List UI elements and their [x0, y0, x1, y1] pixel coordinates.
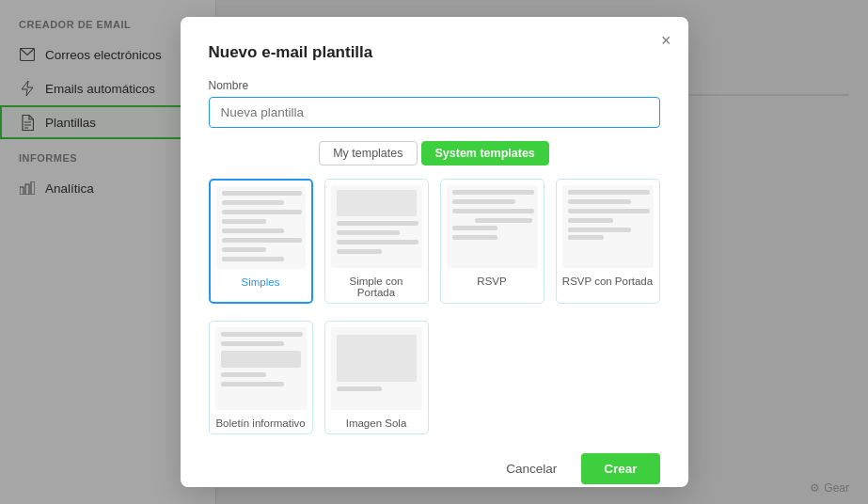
template-imagen-sola[interactable]: Imagen Sola [324, 321, 429, 434]
field-nombre-input[interactable] [209, 97, 660, 128]
template-simple-portada-preview [331, 185, 422, 268]
template-boletin-label: Boletín informativo [215, 416, 305, 433]
modal-footer: Cancelar Crear [209, 453, 660, 484]
template-boletin[interactable]: Boletín informativo [209, 321, 313, 434]
crear-button[interactable]: Crear [581, 453, 659, 484]
template-grid-row2: Boletín informativo Imagen Sola [209, 321, 660, 434]
template-rsvp-preview [447, 185, 538, 268]
modal-dialog: Nuevo e-mail plantilla × Nombre My templ… [181, 17, 688, 487]
my-templates-button[interactable]: My templates [319, 141, 417, 165]
template-grid-row1: Simples Simple con Portada [209, 179, 660, 304]
template-type-bar: My templates System templates [209, 141, 660, 165]
template-simples-preview [216, 186, 306, 269]
template-rsvp-portada-label: RSVP con Portada [562, 274, 653, 291]
template-simples-label: Simples [242, 275, 280, 292]
modal-overlay: Nuevo e-mail plantilla × Nombre My templ… [0, 0, 868, 504]
template-imagen-sola-label: Imagen Sola [346, 416, 407, 433]
template-rsvp[interactable]: RSVP [440, 179, 544, 304]
template-rsvp-portada[interactable]: RSVP con Portada [556, 179, 660, 304]
modal-close-button[interactable]: × [661, 32, 671, 49]
system-templates-button[interactable]: System templates [421, 141, 549, 165]
template-imagen-sola-preview [331, 327, 422, 410]
field-nombre-label: Nombre [209, 79, 660, 92]
template-simple-portada-label: Simple con Portada [331, 274, 422, 303]
template-rsvp-label: RSVP [477, 274, 506, 291]
template-simples[interactable]: Simples [209, 179, 313, 304]
cancel-button[interactable]: Cancelar [493, 455, 570, 482]
template-rsvp-portada-preview [562, 185, 654, 268]
template-simple-portada[interactable]: Simple con Portada [324, 179, 429, 304]
modal-title: Nuevo e-mail plantilla [209, 43, 660, 62]
template-boletin-preview [215, 327, 307, 410]
